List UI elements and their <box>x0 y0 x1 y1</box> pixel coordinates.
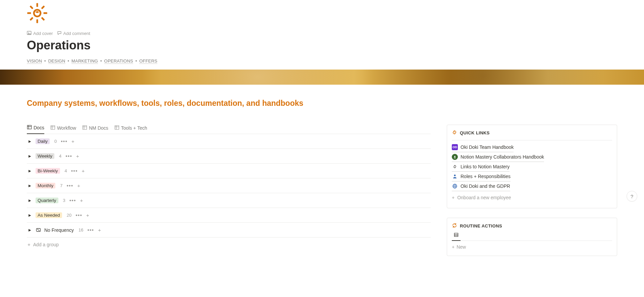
breadcrumb-operations[interactable]: OPERATIONS <box>104 58 133 64</box>
page-icon <box>452 154 458 160</box>
svg-rect-16 <box>83 126 87 129</box>
svg-rect-1 <box>37 19 38 23</box>
breadcrumb-offers[interactable]: OFFERS <box>139 58 157 64</box>
gallery-view-icon <box>454 232 459 238</box>
expand-caret-icon[interactable]: ▶ <box>28 228 32 232</box>
quick-link-label: Links to Notion Mastery <box>461 164 509 169</box>
expand-caret-icon[interactable]: ▶ <box>28 184 32 187</box>
group-count: 20 <box>67 213 71 218</box>
quick-link-item[interactable]: Links to Notion Mastery <box>452 162 509 172</box>
svg-point-24 <box>454 156 455 157</box>
group-as-needed[interactable]: ▶As Needed20•••+ <box>27 208 431 223</box>
group-count: 4 <box>59 154 61 159</box>
group-tag[interactable]: Bi-Weekly <box>36 168 60 174</box>
expand-caret-icon[interactable]: ▶ <box>28 199 32 202</box>
group-monthly[interactable]: ▶Monthly7•••+ <box>27 178 431 193</box>
page-gear-icon[interactable] <box>27 3 617 25</box>
breadcrumb-design[interactable]: DESIGN <box>48 58 65 64</box>
group-no-frequency[interactable]: ▶ No Frequency 16 ••• + <box>27 223 431 238</box>
group-quarterly[interactable]: ▶Quarterly3•••+ <box>27 193 431 208</box>
quick-links-title: QUICK LINKS <box>460 130 490 135</box>
group-add-icon[interactable]: + <box>86 212 89 218</box>
group-tag[interactable]: As Needed <box>36 212 62 218</box>
group-menu-icon[interactable]: ••• <box>69 199 77 202</box>
database-tabs: Docs Workflow NM Docs Tools + Tech <box>27 125 431 134</box>
tab-nm-docs[interactable]: NM Docs <box>82 125 108 134</box>
quick-link-item[interactable]: Oki Doki and the GDPR <box>452 181 510 191</box>
onboard-employee-button[interactable]: + Onboard a new employee <box>452 193 511 202</box>
expand-caret-icon[interactable]: ▶ <box>28 154 32 158</box>
group-menu-icon[interactable]: ••• <box>75 214 83 217</box>
group-count: 3 <box>63 198 65 203</box>
add-group-button[interactable]: + Add a group <box>27 238 431 251</box>
svg-rect-3 <box>44 12 47 14</box>
svg-rect-19 <box>115 126 119 129</box>
plus-icon: + <box>28 242 31 247</box>
group-tag[interactable]: Weekly <box>36 153 54 159</box>
breadcrumb-vision[interactable]: VISION <box>27 58 42 64</box>
table-icon <box>114 125 119 131</box>
svg-point-9 <box>28 32 29 33</box>
link-icon <box>452 164 458 170</box>
tab-workflow[interactable]: Workflow <box>50 125 76 134</box>
group-bi-weekly[interactable]: ▶Bi-Weekly4•••+ <box>27 164 431 178</box>
add-cover-label: Add cover <box>33 31 53 36</box>
onboard-employee-label: Onboard a new employee <box>457 195 511 200</box>
group-menu-icon[interactable]: ••• <box>60 140 68 143</box>
svg-rect-0 <box>37 3 38 7</box>
empty-tag-icon <box>36 227 41 232</box>
add-comment-label: Add comment <box>63 31 90 36</box>
tab-workflow-label: Workflow <box>57 125 76 131</box>
group-add-icon[interactable]: + <box>98 227 101 233</box>
svg-rect-4 <box>41 5 45 9</box>
plus-icon: + <box>452 195 454 200</box>
group-add-icon[interactable]: + <box>77 183 80 188</box>
group-add-icon[interactable]: + <box>71 138 74 144</box>
tab-tools-tech[interactable]: Tools + Tech <box>114 125 147 134</box>
help-button[interactable]: ? <box>627 191 637 202</box>
quick-link-item[interactable]: ODOki Doki Team Handbook <box>452 142 514 152</box>
routine-actions-new-button[interactable]: + New <box>452 244 612 250</box>
svg-rect-13 <box>51 126 55 129</box>
group-add-icon[interactable]: + <box>76 153 79 159</box>
group-daily[interactable]: ▶Daily0•••+ <box>27 134 431 149</box>
table-icon <box>27 125 32 131</box>
expand-caret-icon[interactable]: ▶ <box>28 213 32 217</box>
group-tag[interactable]: Daily <box>36 138 50 144</box>
expand-caret-icon[interactable]: ▶ <box>28 139 32 143</box>
tab-nm-docs-label: NM Docs <box>89 125 108 131</box>
group-no-frequency-count: 16 <box>78 227 83 232</box>
add-group-label: Add a group <box>33 242 59 247</box>
table-icon <box>82 125 87 131</box>
tab-docs[interactable]: Docs <box>27 125 44 134</box>
svg-rect-5 <box>30 17 33 20</box>
add-comment-button[interactable]: Add comment <box>57 31 90 36</box>
image-icon <box>27 31 32 36</box>
group-menu-icon[interactable]: ••• <box>87 229 95 231</box>
group-menu-icon[interactable]: ••• <box>66 184 74 187</box>
group-menu-icon[interactable]: ••• <box>65 155 73 158</box>
page-title: Operations <box>27 38 617 52</box>
routine-actions-view-tab[interactable] <box>452 232 461 241</box>
quick-links-card: QUICK LINKS ODOki Doki Team HandbookNoti… <box>447 125 617 208</box>
routine-actions-card: ROUTINE ACTIONS + New <box>447 218 617 256</box>
svg-rect-7 <box>41 17 45 20</box>
quick-link-label: Oki Doki and the GDPR <box>461 183 510 189</box>
svg-rect-29 <box>454 233 458 237</box>
group-count: 4 <box>65 168 67 173</box>
page-icon: OD <box>452 144 458 150</box>
group-weekly[interactable]: ▶Weekly4•••+ <box>27 149 431 164</box>
group-add-icon[interactable]: + <box>82 168 85 174</box>
breadcrumb-marketing[interactable]: MARKETING <box>71 58 98 64</box>
group-tag[interactable]: Monthly <box>36 183 55 188</box>
tab-tools-tech-label: Tools + Tech <box>121 125 147 131</box>
group-tag[interactable]: Quarterly <box>36 198 58 203</box>
plus-icon: + <box>452 244 454 250</box>
group-menu-icon[interactable]: ••• <box>70 170 78 172</box>
quick-link-label: Notion Mastery Collaborators Handbook <box>461 154 544 160</box>
quick-link-item[interactable]: Notion Mastery Collaborators Handbook <box>452 152 544 162</box>
group-add-icon[interactable]: + <box>80 198 83 203</box>
add-cover-button[interactable]: Add cover <box>27 31 53 36</box>
expand-caret-icon[interactable]: ▶ <box>28 169 32 173</box>
quick-link-item[interactable]: Roles + Responsibilities <box>452 172 511 181</box>
